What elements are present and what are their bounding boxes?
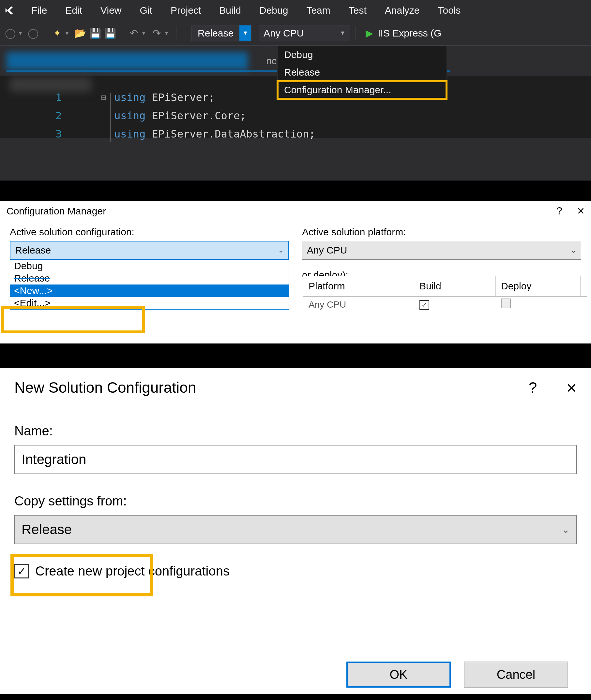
solution-config-dropdown: Debug Release Configuration Manager...	[277, 46, 447, 99]
dialog-titlebar: New Solution Configuration ? ×	[14, 377, 577, 398]
tab-fragment-text: nc	[266, 55, 277, 67]
new-item-dd-icon[interactable]: ▾	[66, 30, 71, 37]
separator	[355, 26, 356, 41]
close-icon[interactable]: ×	[566, 377, 577, 398]
vs-logo-icon	[3, 4, 16, 17]
dropdown-item-release[interactable]: Release	[277, 64, 447, 81]
redo-dd-icon[interactable]: ▾	[165, 30, 171, 37]
line-number: 3	[55, 128, 62, 146]
chevron-down-icon[interactable]: ⌄	[571, 246, 576, 254]
solution-platform-combo[interactable]: Any CPU ▼	[259, 25, 350, 42]
separator	[122, 26, 122, 41]
fold-toggle-icon[interactable]: ⊟	[101, 92, 106, 102]
close-icon[interactable]: ×	[577, 204, 585, 218]
copy-settings-label: Copy settings from:	[14, 494, 577, 509]
solution-platform-text: Any CPU	[264, 28, 304, 39]
create-new-configs-label: Create new project configurations	[35, 564, 229, 578]
dropdown-item-debug[interactable]: Debug	[277, 46, 447, 64]
fold-guideline	[110, 93, 111, 142]
active-config-combo[interactable]: Release ⌄	[10, 241, 289, 260]
new-item-icon[interactable]: ✦	[51, 27, 64, 40]
active-config-label: Active solution configuration:	[10, 227, 289, 238]
run-target-text[interactable]: IIS Express (G	[378, 28, 441, 39]
solution-config-text: Release	[192, 28, 240, 39]
name-label: Name:	[14, 424, 577, 438]
help-button[interactable]: ?	[556, 205, 562, 217]
copy-settings-value: Release	[21, 522, 72, 537]
toolbar: ◯ ▾ ◯ ✦ ▾ 📂 💾 💾 ↶ ▾ ↷ ▾ Release ▼ Any CP…	[0, 21, 591, 46]
nav-forward-icon[interactable]: ◯	[27, 27, 40, 40]
undo-dd-icon[interactable]: ▾	[142, 30, 148, 37]
code-line: using EPiServer.DataAbstraction;	[114, 128, 315, 146]
chevron-down-icon[interactable]: ⌄	[278, 246, 284, 254]
checkbox-empty-icon[interactable]	[501, 299, 511, 308]
config-list-item-edit[interactable]: <Edit...>	[10, 297, 289, 309]
active-platform-label: Active solution platform:	[302, 227, 581, 238]
line-number-gutter: 1 2 3	[55, 91, 62, 146]
config-list-item-debug[interactable]: Debug	[10, 260, 289, 272]
dialog-titlebar: Configuration Manager ? ×	[0, 201, 591, 221]
open-folder-icon[interactable]: 📂	[73, 27, 86, 40]
menu-git[interactable]: Git	[131, 2, 161, 18]
save-icon[interactable]: 💾	[88, 27, 102, 40]
active-tab-blurred[interactable]	[6, 52, 248, 70]
menu-edit[interactable]: Edit	[56, 2, 91, 18]
grid-header-platform: Platform	[303, 276, 414, 296]
chevron-down-icon[interactable]: ▼	[240, 25, 251, 41]
active-platform-value: Any CPU	[307, 245, 347, 256]
undo-icon[interactable]: ↶	[127, 27, 140, 40]
grid-cell-platform[interactable]: Any CPU	[303, 298, 414, 312]
nav-back-icon[interactable]: ◯	[4, 27, 17, 40]
redo-icon[interactable]: ↷	[150, 27, 163, 40]
active-platform-combo[interactable]: Any CPU ⌄	[302, 241, 581, 260]
separator	[176, 26, 177, 41]
config-list-item-new[interactable]: <New...>	[10, 285, 289, 297]
dialog-title: Configuration Manager	[6, 206, 106, 217]
save-all-icon[interactable]: 💾	[104, 27, 117, 40]
menu-build[interactable]: Build	[210, 2, 250, 18]
grid-cell-build[interactable]: ✓	[414, 297, 496, 312]
code-line: using EPiServer.Core;	[114, 109, 315, 128]
nav-back-dd-icon[interactable]: ▾	[19, 30, 25, 37]
help-button[interactable]: ?	[529, 379, 537, 396]
name-input[interactable]	[14, 445, 577, 474]
menu-tools[interactable]: Tools	[429, 2, 470, 18]
project-grid: Platform Build Deploy Any CPU ✓	[303, 276, 587, 313]
visual-studio-top-panel: File Edit View Git Project Build Debug T…	[0, 0, 591, 180]
checkbox-checked-icon[interactable]: ✓	[419, 300, 429, 310]
ok-button[interactable]: OK	[346, 662, 451, 688]
menu-test[interactable]: Test	[339, 2, 376, 18]
menu-analyze[interactable]: Analyze	[376, 2, 429, 18]
code-lines: using EPiServer; using EPiServer.Core; u…	[114, 91, 315, 146]
menu-view[interactable]: View	[91, 2, 130, 18]
create-new-configs-row[interactable]: ✓ Create new project configurations	[14, 564, 577, 578]
grid-header-deploy: Deploy	[496, 276, 581, 296]
play-icon[interactable]: ▶	[366, 27, 373, 39]
dialog-button-row: OK Cancel	[346, 662, 568, 688]
grid-cell-deploy[interactable]	[496, 297, 581, 313]
menu-file[interactable]: File	[22, 2, 56, 18]
menu-project[interactable]: Project	[161, 2, 210, 18]
line-number: 1	[55, 91, 62, 109]
grid-header-build: Build	[414, 276, 496, 296]
breadcrumb-blurred	[10, 78, 91, 92]
checkbox-checked-icon[interactable]: ✓	[14, 564, 29, 578]
grid-row: Any CPU ✓	[303, 297, 587, 313]
active-config-list: Debug Release <New...> <Edit...>	[10, 260, 289, 310]
configuration-manager-dialog: Configuration Manager ? × Active solutio…	[0, 201, 591, 343]
line-number: 2	[55, 109, 62, 128]
dialog-title: New Solution Configuration	[14, 379, 196, 396]
dropdown-item-config-manager[interactable]: Configuration Manager...	[277, 81, 447, 99]
active-config-value: Release	[15, 245, 51, 256]
chevron-down-icon[interactable]: ▼	[339, 30, 345, 36]
menubar: File Edit View Git Project Build Debug T…	[0, 0, 591, 21]
cancel-button[interactable]: Cancel	[464, 662, 568, 688]
solution-config-combo[interactable]: Release ▼	[191, 25, 252, 42]
copy-settings-combo[interactable]: Release ⌄	[14, 515, 577, 544]
menu-debug[interactable]: Debug	[250, 2, 297, 18]
grid-header: Platform Build Deploy	[303, 276, 587, 297]
config-list-item-release[interactable]: Release	[10, 272, 289, 285]
menu-team[interactable]: Team	[297, 2, 339, 18]
chevron-down-icon[interactable]: ⌄	[562, 524, 570, 535]
separator	[45, 26, 45, 41]
